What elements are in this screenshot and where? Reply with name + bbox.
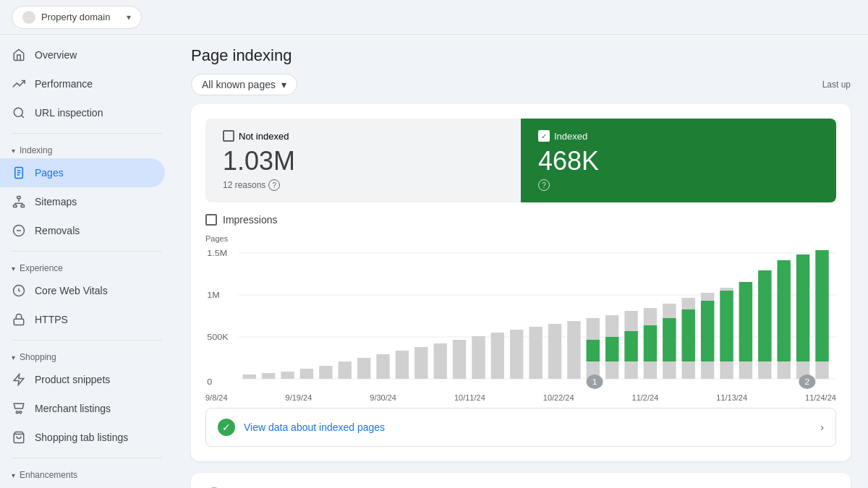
svg-rect-46 <box>548 324 561 379</box>
sidebar-label-performance: Performance <box>35 78 93 90</box>
sidebar-label-core-web-vitals: Core Web Vitals <box>35 285 108 296</box>
svg-rect-65 <box>663 318 676 361</box>
svg-rect-30 <box>243 374 256 379</box>
sidebar-item-amp[interactable]: AMP <box>0 483 165 488</box>
svg-text:0: 0 <box>207 377 212 387</box>
top-bar: Property domain ▾ <box>0 0 868 35</box>
svg-rect-32 <box>281 372 294 379</box>
property-selector[interactable]: Property domain ▾ <box>12 6 142 29</box>
svg-rect-8 <box>21 205 25 207</box>
svg-rect-6 <box>17 197 21 199</box>
sidebar-item-product-snippets[interactable]: Product snippets <box>0 365 165 394</box>
svg-rect-68 <box>720 291 733 361</box>
svg-rect-66 <box>682 309 695 361</box>
svg-rect-63 <box>624 331 637 361</box>
divider-shopping <box>12 340 162 341</box>
svg-rect-35 <box>339 361 352 379</box>
chevron-down-icon-shop: ▾ <box>12 354 15 361</box>
divider-indexing <box>12 133 162 134</box>
sidebar-label-overview: Overview <box>35 49 77 61</box>
sidebar-item-https[interactable]: HTTPS <box>0 305 165 334</box>
chart-svg: 1.5M 1M 500K 0 <box>205 246 836 390</box>
svg-rect-71 <box>778 260 791 361</box>
svg-rect-73 <box>815 250 828 361</box>
main-content: Page indexing All known pages ▾ Last up … <box>174 35 868 488</box>
svg-marker-17 <box>14 374 24 385</box>
impressions-checkbox[interactable] <box>205 214 217 226</box>
stats-row: Not indexed 1.03M 12 reasons ? ✓ Indexed… <box>205 119 836 202</box>
x-label-2: 9/30/24 <box>370 393 396 402</box>
sidebar-label-url-inspection: URL inspection <box>35 107 103 119</box>
property-domain: Property domain <box>41 12 121 22</box>
view-data-text: View data about indexed pages <box>244 421 812 433</box>
sidebar-section-experience[interactable]: ▾ Experience <box>0 257 174 276</box>
divider-experience <box>12 251 162 252</box>
sidebar-item-overview[interactable]: Overview <box>0 40 165 69</box>
svg-text:500K: 500K <box>207 333 229 342</box>
chart-y-axis-label: Pages <box>205 234 836 243</box>
sidebar-item-shopping-tab[interactable]: Shopping tab listings <box>0 423 165 452</box>
sidebar-label-product-snippets: Product snippets <box>35 374 110 385</box>
shopping-icon <box>12 430 26 445</box>
sidebar-label-https: HTTPS <box>35 314 68 325</box>
indexed-help-icon[interactable]: ? <box>538 179 550 191</box>
page-title: Page indexing <box>191 46 851 65</box>
sidebar: Overview Performance URL inspection ▾ In… <box>0 35 174 488</box>
x-label-5: 11/2/24 <box>632 393 659 402</box>
not-indexed-checkbox[interactable] <box>223 130 234 142</box>
indexed-label: Indexed <box>554 131 587 142</box>
filter-dropdown[interactable]: All known pages ▾ <box>191 74 297 95</box>
svg-rect-64 <box>644 325 657 361</box>
removals-icon <box>12 223 26 238</box>
indexed-checkbox[interactable]: ✓ <box>538 130 550 142</box>
svg-rect-37 <box>376 354 389 379</box>
sidebar-section-label-enhancements: Enhancements <box>20 470 77 480</box>
property-favicon <box>22 11 35 24</box>
sidebar-section-enhancements[interactable]: ▾ Enhancements <box>0 464 174 483</box>
second-card-preview: Why pages aren't indexed <box>191 473 851 488</box>
svg-rect-61 <box>587 340 600 361</box>
x-label-3: 10/11/24 <box>454 393 485 402</box>
not-indexed-reasons: 12 reasons ? <box>223 179 503 191</box>
sidebar-section-shopping[interactable]: ▾ Shopping <box>0 346 174 365</box>
document-icon <box>12 166 26 180</box>
impressions-row[interactable]: Impressions <box>205 214 836 226</box>
svg-point-18 <box>16 411 18 414</box>
sidebar-item-url-inspection[interactable]: URL inspection <box>0 98 165 127</box>
sidebar-section-label-experience: Experience <box>20 263 63 273</box>
tag-icon <box>12 372 26 387</box>
svg-rect-38 <box>396 351 409 379</box>
sidebar-item-sitemaps[interactable]: Sitemaps <box>0 187 165 216</box>
gauge-icon <box>12 283 26 298</box>
sidebar-item-performance[interactable]: Performance <box>0 69 165 98</box>
sidebar-item-core-web-vitals[interactable]: Core Web Vitals <box>0 276 165 305</box>
svg-rect-34 <box>319 366 332 379</box>
not-indexed-help-icon[interactable]: ? <box>268 179 280 191</box>
indexed-value: 468K <box>538 146 819 176</box>
arrow-right-icon: › <box>820 421 824 433</box>
trending-up-icon <box>12 77 26 91</box>
not-indexed-label-row: Not indexed <box>223 130 503 142</box>
view-data-link[interactable]: ✓ View data about indexed pages › <box>205 408 836 447</box>
svg-rect-42 <box>472 336 485 379</box>
sidebar-item-merchant-listings[interactable]: Merchant listings <box>0 394 165 423</box>
svg-line-1 <box>21 115 23 117</box>
chart-container: Pages 1.5M 1M 500K 0 <box>205 234 836 402</box>
indexed-box: ✓ Indexed 468K ? <box>521 119 836 202</box>
chevron-down-icon-enh: ▾ <box>12 471 15 479</box>
not-indexed-box: Not indexed 1.03M 12 reasons ? <box>205 119 521 202</box>
store-icon <box>12 401 26 416</box>
svg-rect-41 <box>453 340 466 379</box>
sidebar-section-indexing[interactable]: ▾ Indexing <box>0 140 174 158</box>
svg-rect-72 <box>796 254 809 361</box>
sidebar-item-pages[interactable]: Pages <box>0 158 165 187</box>
svg-rect-43 <box>491 333 504 379</box>
svg-text:1: 1 <box>592 377 597 387</box>
app-body: Overview Performance URL inspection ▾ In… <box>0 35 868 488</box>
svg-text:1M: 1M <box>207 291 220 300</box>
chevron-down-icon: ▾ <box>12 147 15 155</box>
svg-rect-44 <box>510 330 523 379</box>
content-header: Page indexing All known pages ▾ Last up <box>174 35 868 104</box>
sidebar-item-removals[interactable]: Removals <box>0 216 165 245</box>
svg-rect-69 <box>739 282 752 361</box>
